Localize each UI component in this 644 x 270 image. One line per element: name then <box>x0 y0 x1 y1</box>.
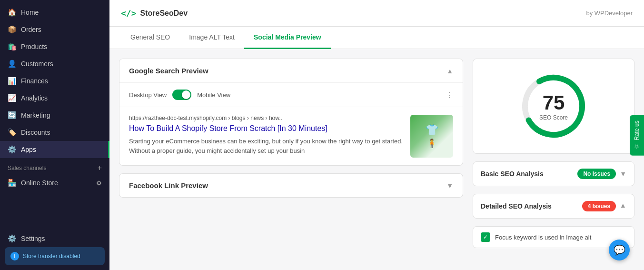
sidebar-item-marketing[interactable]: 🔄 Marketing <box>0 107 109 124</box>
collapse-google-btn[interactable]: ▲ <box>446 67 453 75</box>
google-search-title: Google Search Preview <box>129 67 208 75</box>
by-developer: by WPDeveloper <box>586 10 633 17</box>
collapse-facebook-btn[interactable]: ▼ <box>446 182 453 190</box>
left-panel: Google Search Preview ▲ Desktop View Mob… <box>119 59 463 260</box>
home-icon: 🏠 <box>8 8 16 17</box>
search-preview-controls: Desktop View Mobile View ⋮ <box>119 83 463 107</box>
basic-seo-chevron[interactable]: ▼ <box>620 170 626 178</box>
rate-us-button[interactable]: ☆ Rate us <box>630 115 644 155</box>
sidebar-item-finances[interactable]: 📊 Finances <box>0 72 109 90</box>
search-thumbnail: 👕 🧍 <box>410 115 453 158</box>
tab-image-alt-text[interactable]: Image ALT Text <box>179 27 244 49</box>
person-icon: 🧍 <box>426 138 437 149</box>
products-icon: 🛍️ <box>8 42 16 51</box>
facebook-preview-title: Facebook Link Preview <box>129 181 208 190</box>
sidebar-item-customers[interactable]: 👤 Customers <box>0 55 109 72</box>
add-sales-channel-button[interactable]: + <box>98 164 102 172</box>
chat-button[interactable]: 💬 <box>609 240 630 260</box>
sidebar-item-home[interactable]: 🏠 Home <box>0 4 109 21</box>
brand-icon: </> <box>121 8 137 18</box>
seo-score-number: 75 SEO Score <box>539 91 568 121</box>
chat-icon: 💬 <box>614 244 625 256</box>
marketing-icon: 🔄 <box>8 111 16 120</box>
basic-seo-analysis-row: Basic SEO Analysis No Issues ▼ <box>473 161 634 186</box>
search-result-description: Starting your eCommerce business can be … <box>129 137 405 155</box>
sales-channels-section: Sales channels + <box>0 158 109 174</box>
check-icon: ✓ <box>481 232 490 242</box>
star-icon: ☆ <box>634 143 640 150</box>
sidebar-item-settings[interactable]: ⚙️ Settings <box>0 230 109 247</box>
online-store-settings-icon: ⚙ <box>96 180 102 187</box>
detailed-seo-right: 4 Issues ▼ <box>582 201 626 211</box>
analytics-icon: 📈 <box>8 94 16 102</box>
mobile-view-label: Mobile View <box>197 91 230 99</box>
sidebar-item-products[interactable]: 🛍️ Products <box>0 38 109 55</box>
tab-general-seo[interactable]: General SEO <box>121 27 179 49</box>
content-area: Google Search Preview ▲ Desktop View Mob… <box>109 49 644 270</box>
basic-seo-badge: No Issues <box>577 169 616 179</box>
shirt-icon: 👕 <box>426 124 438 136</box>
basic-seo-right: No Issues ▼ <box>577 169 626 179</box>
brand-name: StoreSeoDev <box>140 9 188 18</box>
card-header-facebook: Facebook Link Preview ▼ <box>119 174 463 197</box>
seo-score-label: SEO Score <box>539 114 568 121</box>
sidebar-item-orders[interactable]: 📦 Orders <box>0 21 109 38</box>
search-result-title: How To Build A Shopify Store From Scratc… <box>129 123 405 134</box>
online-store-icon: 🏪 <box>8 179 16 187</box>
store-transfer-notice: i Store transfer disabled <box>5 247 105 265</box>
main-content: </> StoreSeoDev by WPDeveloper General S… <box>109 0 644 270</box>
seo-score-value: 75 <box>539 91 568 114</box>
google-search-preview-card: Google Search Preview ▲ Desktop View Mob… <box>119 59 463 166</box>
settings-icon: ⚙️ <box>8 234 16 243</box>
apps-icon: ⚙️ <box>8 145 16 154</box>
sidebar-item-discounts[interactable]: 🏷️ Discounts <box>0 124 109 141</box>
seo-score-circle: 75 SEO Score <box>518 70 589 142</box>
more-options-icon[interactable]: ⋮ <box>446 90 453 100</box>
search-result-text: https://razthee-doc-test.myshopify.com ›… <box>129 115 405 155</box>
detailed-seo-chevron[interactable]: ▼ <box>620 202 626 210</box>
search-preview-content: https://razthee-doc-test.myshopify.com ›… <box>119 107 463 165</box>
search-url: https://razthee-doc-test.myshopify.com ›… <box>129 115 405 121</box>
discounts-icon: 🏷️ <box>8 128 16 137</box>
finances-icon: 📊 <box>8 77 16 85</box>
sidebar-item-analytics[interactable]: 📈 Analytics <box>0 90 109 107</box>
focus-keyword-text: Focus keyword is used in image alt <box>495 234 591 241</box>
facebook-link-preview-card: Facebook Link Preview ▼ <box>119 173 463 198</box>
info-icon: i <box>10 252 19 260</box>
card-header-google: Google Search Preview ▲ <box>119 59 463 83</box>
brand: </> StoreSeoDev <box>121 8 188 18</box>
orders-icon: 📦 <box>8 25 16 34</box>
thumbnail-image: 👕 🧍 <box>410 115 453 158</box>
desktop-mobile-toggle[interactable] <box>172 90 191 100</box>
detailed-seo-analysis-row: Detailed SEO Analysis 4 Issues ▼ <box>473 194 634 219</box>
detailed-seo-badge: 4 Issues <box>582 201 616 211</box>
detailed-seo-label: Detailed SEO Analysis <box>481 202 552 210</box>
customers-icon: 👤 <box>8 60 16 68</box>
sidebar-item-online-store[interactable]: 🏪 Online Store ⚙ <box>0 174 109 191</box>
tab-bar: General SEO Image ALT Text Social Media … <box>109 27 644 49</box>
topbar: </> StoreSeoDev by WPDeveloper <box>109 0 644 27</box>
basic-seo-label: Basic SEO Analysis <box>481 170 544 178</box>
seo-score-card: 75 SEO Score <box>473 59 634 154</box>
sidebar-item-apps[interactable]: ⚙️ Apps <box>0 141 109 158</box>
right-panel: 75 SEO Score Basic SEO Analysis No Issue… <box>473 59 634 260</box>
desktop-view-label: Desktop View <box>129 91 167 99</box>
sidebar: 🏠 Home 📦 Orders 🛍️ Products 👤 Customers … <box>0 0 109 270</box>
tab-social-media-preview[interactable]: Social Media Preview <box>244 27 331 49</box>
